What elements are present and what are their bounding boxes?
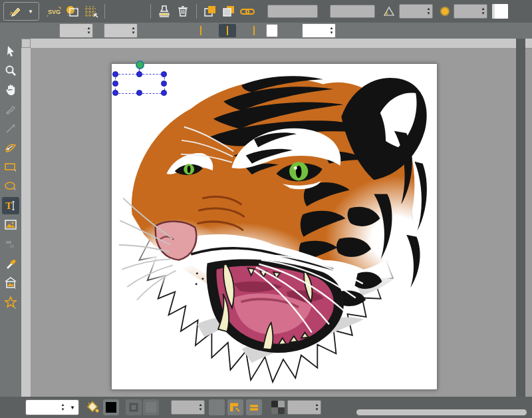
- tool-palette: T: [0, 39, 21, 397]
- text-tool-icon: T: [4, 199, 17, 212]
- tool-pencil[interactable]: [2, 101, 19, 118]
- stroke-linecap-select[interactable]: [246, 399, 262, 415]
- opacity-up-icon[interactable]: ▲: [313, 403, 321, 407]
- handle-w[interactable]: [112, 81, 118, 87]
- tool-ellipse[interactable]: [2, 178, 19, 195]
- y-input[interactable]: [104, 25, 130, 37]
- hand-icon: [5, 84, 17, 96]
- stroke-width-input[interactable]: [172, 401, 197, 413]
- italic-button[interactable]: [172, 24, 187, 37]
- handle-n[interactable]: [136, 71, 142, 77]
- tool-path-edit[interactable]: [2, 236, 19, 253]
- font-size-spinner[interactable]: ▲▼: [302, 23, 336, 38]
- linecap-butt-icon: [249, 402, 259, 413]
- opacity-down-icon[interactable]: ▼: [313, 407, 321, 412]
- tool-path[interactable]: [2, 139, 19, 156]
- zoom-dropdown-icon[interactable]: ▼: [66, 405, 78, 411]
- handle-nw[interactable]: [112, 71, 118, 77]
- svg-text:SVG: SVG: [48, 9, 61, 15]
- tool-select[interactable]: [2, 43, 19, 60]
- tiger-drawing[interactable]: [112, 64, 437, 389]
- size-down-icon[interactable]: ▼: [328, 31, 335, 35]
- zoom-up-icon[interactable]: ▲: [59, 403, 66, 407]
- x-down-icon[interactable]: ▼: [85, 31, 92, 35]
- background-swatch-button[interactable]: [492, 4, 508, 19]
- blur-input[interactable]: [454, 5, 479, 17]
- rect-icon: [4, 161, 17, 173]
- rotate-grip[interactable]: [136, 61, 144, 69]
- workspace[interactable]: [31, 48, 516, 397]
- node-edit-icon: [5, 239, 17, 250]
- x-spinner[interactable]: ▲▼: [59, 23, 93, 38]
- x-input[interactable]: [60, 25, 85, 37]
- handle-e[interactable]: [161, 81, 167, 87]
- ruler-vertical: [21, 48, 31, 397]
- font-family-select[interactable]: [266, 24, 278, 37]
- tool-star[interactable]: [2, 294, 19, 311]
- grid-snap-button[interactable]: [83, 3, 99, 19]
- stroke-down-icon[interactable]: ▼: [197, 407, 204, 412]
- stroke-width-spinner[interactable]: ▲▼: [171, 400, 205, 415]
- clone-button[interactable]: [156, 3, 172, 19]
- make-link-button[interactable]: [239, 3, 255, 19]
- redo-button[interactable]: [129, 3, 145, 19]
- y-up-icon[interactable]: ▲: [130, 26, 137, 31]
- bold-button[interactable]: [146, 24, 161, 37]
- stamp-icon: [158, 5, 171, 18]
- svg-canvas[interactable]: [111, 63, 438, 390]
- align-right-button[interactable]: [238, 24, 255, 37]
- source-editor-button[interactable]: SVG: [46, 3, 62, 19]
- blur-down-icon[interactable]: ▼: [479, 11, 487, 16]
- tool-zoom[interactable]: [2, 62, 19, 79]
- stroke-color-button[interactable]: [143, 399, 159, 415]
- font-size-input[interactable]: [303, 25, 328, 37]
- angle-spinner[interactable]: ▲▼: [399, 4, 433, 19]
- opacity-input[interactable]: [288, 401, 313, 413]
- main-menu-button[interactable]: ▼: [3, 2, 39, 21]
- angle-down-icon[interactable]: ▼: [425, 11, 432, 16]
- y-down-icon[interactable]: ▼: [130, 31, 137, 35]
- zoom-input[interactable]: [26, 403, 59, 412]
- x-up-icon[interactable]: ▲: [85, 26, 92, 31]
- angle-input[interactable]: [400, 5, 425, 17]
- logo-pencil-icon: [9, 5, 21, 17]
- align-left-button[interactable]: [200, 24, 217, 37]
- align-center-button[interactable]: [219, 24, 236, 37]
- stroke-linejoin-select[interactable]: [227, 399, 243, 415]
- tool-line[interactable]: [2, 120, 19, 137]
- tool-shape-library[interactable]: [2, 274, 19, 292]
- class-input[interactable]: [330, 5, 375, 18]
- angle-up-icon[interactable]: ▲: [425, 7, 432, 11]
- layers-panel-toggle[interactable]: [516, 39, 525, 397]
- svg-source-icon: SVG: [47, 5, 61, 18]
- undo-button[interactable]: [110, 3, 126, 19]
- zoom-widget[interactable]: ▲▼ ▼: [25, 399, 79, 415]
- tool-text[interactable]: T: [2, 197, 19, 214]
- wireframe-button[interactable]: [65, 3, 80, 19]
- move-to-top-button[interactable]: [202, 3, 218, 19]
- move-to-bottom-button[interactable]: [221, 3, 237, 19]
- stroke-dash-select[interactable]: [209, 399, 225, 415]
- blur-spinner[interactable]: ▲▼: [454, 4, 487, 19]
- handle-ne[interactable]: [161, 71, 167, 77]
- stroke-up-icon[interactable]: ▲: [197, 403, 204, 407]
- zoom-down-icon[interactable]: ▼: [59, 407, 66, 412]
- size-up-icon[interactable]: ▲: [328, 26, 335, 31]
- blur-up-icon[interactable]: ▲: [479, 7, 487, 11]
- palette-scrollbar[interactable]: [356, 409, 527, 415]
- tool-pan[interactable]: [2, 81, 19, 99]
- tool-rect[interactable]: [2, 158, 19, 176]
- handle-se[interactable]: [161, 90, 167, 96]
- delete-button[interactable]: [175, 3, 191, 19]
- blur-icon: [439, 5, 451, 17]
- fill-color-button[interactable]: [103, 399, 119, 415]
- tool-eyedropper[interactable]: [2, 255, 19, 272]
- id-input[interactable]: [267, 5, 318, 18]
- stroke-tool-button[interactable]: [126, 399, 142, 415]
- color-palette: [356, 398, 531, 408]
- handle-s[interactable]: [136, 90, 142, 96]
- tool-image[interactable]: [2, 216, 19, 234]
- handle-sw[interactable]: [112, 90, 118, 96]
- opacity-spinner[interactable]: ▲▼: [287, 400, 321, 415]
- y-spinner[interactable]: ▲▼: [104, 23, 138, 38]
